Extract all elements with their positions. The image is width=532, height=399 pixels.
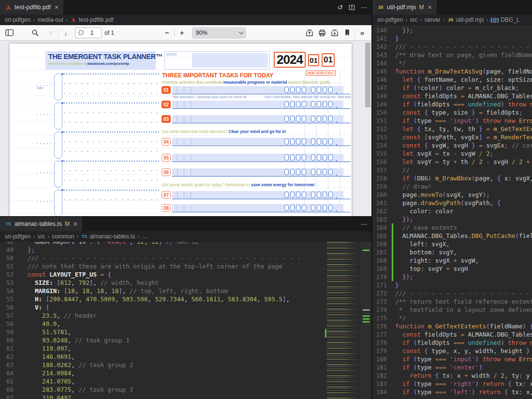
js-tabbar: JS util-pdf.mjs M × (372, 0, 532, 15)
arrow-up-icon: ↑ (49, 29, 53, 37)
tab-label: almanac-tables.ts (15, 221, 62, 227)
js-file-icon: JS (447, 16, 454, 23)
more-actions-icon[interactable]: ⋯ (361, 220, 368, 228)
time-bubbles (284, 101, 333, 107)
breadcrumb-item[interactable]: media-out (37, 16, 63, 23)
task-number: 05 (162, 154, 171, 162)
total-time-line (340, 212, 351, 212)
zoom-level-select[interactable]: 90% (192, 27, 246, 39)
close-icon[interactable]: × (74, 221, 77, 227)
tab-almanac-tables[interactable]: TS almanac-tables.ts M × (0, 217, 82, 231)
divider (58, 29, 59, 37)
pdf-file-icon (5, 4, 12, 11)
open-file-button[interactable] (303, 27, 316, 39)
date-day: 01 (322, 53, 335, 67)
row-caption: Task description. Optionally leave space… (172, 95, 352, 99)
minimap[interactable] (325, 242, 361, 399)
more-tools-button[interactable]: » (356, 27, 369, 39)
split-editor-icon[interactable] (349, 4, 355, 11)
time-bubbles (284, 116, 333, 122)
caption-right: Track 15min/bubble. Mark estimate with v… (264, 95, 352, 99)
date-year: 2024 (274, 52, 306, 68)
comma-mark: , (336, 103, 337, 109)
chevron-right-icon: › (443, 16, 445, 23)
time-bubbles (284, 192, 333, 198)
section-text: Got some stretch goals for today? Rememb… (162, 182, 315, 187)
task-number: 07 (162, 191, 171, 199)
zoom-level-value: 90% (196, 30, 207, 36)
total-time-line (340, 146, 351, 146)
js-code-editor[interactable]: 140 });141}142/// - - - - - - - - - - - … (372, 25, 532, 399)
breadcrumb-symbol[interactable]: [@] DBG_L (491, 16, 520, 23)
save-button[interactable] (328, 27, 341, 39)
chevron-right-icon: › (47, 233, 49, 240)
time-bubbles (284, 169, 333, 175)
js-file-icon: JS (377, 4, 384, 11)
comma-mark: , (336, 170, 337, 177)
chevron-right-icon: › (405, 16, 407, 23)
time-bubbles (284, 138, 333, 145)
time-bubbles (284, 154, 333, 161)
page-number-input[interactable] (86, 30, 98, 36)
breadcrumb-file[interactable]: test-pdflib.pdf (70, 16, 114, 23)
breadcrumb-item[interactable]: src (37, 233, 45, 240)
etp-title-box: THE EMERGENT TASK PLANNER™ instructions … (45, 51, 156, 70)
search-button[interactable] (29, 27, 42, 39)
zoom-in-button[interactable]: + (176, 27, 188, 39)
symbol-variable-icon: [@] (491, 17, 499, 23)
total-time-line (340, 176, 351, 177)
divider (174, 29, 175, 37)
comma-mark: , (336, 88, 337, 95)
section-text: Got other tasks that need attention? Cle… (162, 129, 286, 134)
breadcrumb-more[interactable]: … (142, 233, 148, 240)
task-number: 01 (162, 86, 171, 94)
breadcrumb-item[interactable]: src (410, 16, 417, 23)
close-icon[interactable]: × (55, 4, 59, 11)
breadcrumb-item[interactable]: common (52, 233, 74, 240)
time-dot-grid (64, 74, 161, 211)
tab-util-pdf[interactable]: JS util-pdf.mjs M × (372, 0, 437, 15)
divider (355, 29, 355, 37)
bookmark-button[interactable] (341, 27, 354, 39)
breadcrumb-file[interactable]: TS almanac-tables.ts (81, 233, 135, 240)
pdf-viewer-toolbar: ↑ ↓ of 1 − + 90% (0, 25, 371, 41)
print-button[interactable] (316, 27, 328, 39)
breadcrumb-item[interactable]: server (424, 16, 440, 23)
modified-badge: M (419, 4, 424, 11)
code-lines: 140 });141}142/// - - - - - - - - - - - … (372, 25, 532, 396)
task-number: 06 (162, 168, 171, 176)
chevron-right-icon: › (33, 16, 35, 23)
sidebar-toggle-button[interactable] (3, 27, 15, 39)
memo-box: MEMO (164, 51, 270, 70)
total-time-line (340, 199, 351, 199)
breadcrumb-item[interactable]: sri-pdfgen (5, 233, 30, 240)
timeline-history-icon[interactable]: ↺ (337, 3, 343, 11)
ts-code-editor[interactable]: 48 GNDR Report 10 : [ 'exact', 12, 12] /… (0, 242, 371, 399)
pdf-preview-pane: test-pdflib.pdf × ↺ ⋯ sri-pdfgen › media… (0, 0, 371, 216)
task-row: 02 , (162, 101, 352, 109)
breadcrumb-item[interactable]: sri-pdfgen (5, 16, 30, 23)
date-month: 01 (308, 54, 319, 66)
breadcrumb-item[interactable]: sri-pdfgen (377, 16, 403, 23)
breadcrumb-file[interactable]: JS util-pdf.mjs (447, 16, 484, 23)
change-mark (363, 318, 369, 320)
tab-label: test-pdflib.pdf (15, 4, 51, 11)
ts-breadcrumbs: sri-pdfgen › src › common › TS almanac-t… (0, 231, 371, 242)
comma-mark: , (336, 117, 337, 124)
tab-test-pdflib[interactable]: test-pdflib.pdf × (0, 0, 63, 15)
more-actions-icon[interactable]: ⋯ (361, 3, 368, 11)
scrollbar-thumb[interactable] (365, 43, 370, 107)
next-page-button[interactable]: ↓ (59, 27, 72, 39)
ts-editor-pane: TS almanac-tables.ts M × ⋯ sri-pdfgen › … (0, 216, 371, 399)
previous-page-button[interactable]: ↑ (44, 27, 57, 39)
ts-tabbar: TS almanac-tables.ts M × ⋯ (0, 217, 371, 231)
task-row: 01 , (162, 86, 352, 95)
js-breadcrumbs: sri-pdfgen › src › server › JS util-pdf.… (372, 15, 532, 25)
close-icon[interactable]: × (428, 4, 431, 11)
task-row: 03 , (162, 115, 352, 124)
section-title: THREE IMPORTANT TASKS FOR TODAY (162, 72, 273, 79)
total-time-line (340, 162, 351, 162)
zoom-out-button[interactable]: − (161, 27, 173, 39)
pdf-viewport[interactable]: THE EMERGENT TASK PLANNER™ instructions … (0, 41, 371, 216)
vscode-window: test-pdflib.pdf × ↺ ⋯ sri-pdfgen › media… (0, 0, 532, 399)
